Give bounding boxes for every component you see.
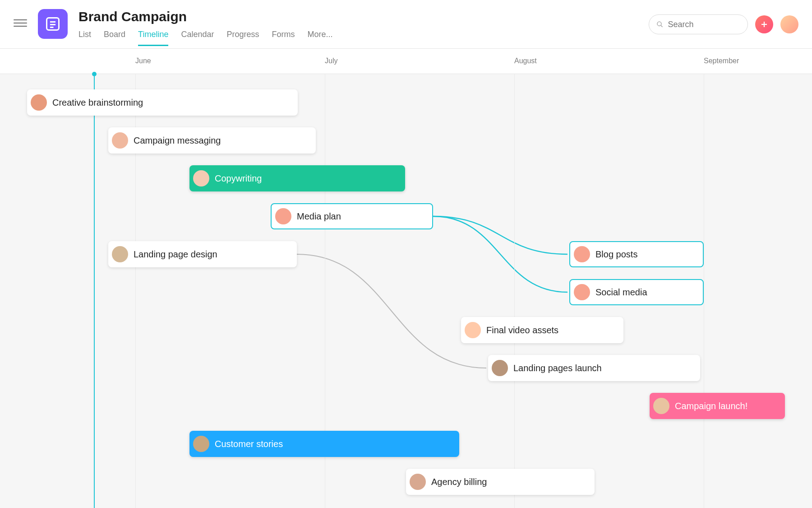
assignee-avatar [112, 132, 128, 149]
task-label: Media plan [297, 211, 341, 222]
assignee-avatar [465, 322, 481, 338]
add-button[interactable] [755, 15, 773, 33]
tab-forms[interactable]: Forms [272, 30, 295, 46]
task-label: Landing page design [134, 249, 217, 260]
svg-line-5 [661, 25, 663, 27]
svg-point-4 [657, 22, 661, 26]
month-header: JuneJulyAugustSeptember [0, 49, 812, 74]
plus-icon [760, 20, 768, 28]
task-label: Campaign launch! [675, 401, 747, 411]
task-agency-billing[interactable]: Agency billing [406, 469, 595, 495]
task-label: Campaign messaging [134, 135, 221, 146]
tab-timeline[interactable]: Timeline [138, 30, 168, 46]
task-campaign-messaging[interactable]: Campaign messaging [108, 127, 316, 154]
search-input[interactable] [668, 20, 740, 29]
task-campaign-launch[interactable]: Campaign launch! [650, 393, 785, 419]
avatar[interactable] [780, 15, 798, 33]
assignee-avatar [193, 436, 209, 452]
task-landing-page-design[interactable]: Landing page design [108, 241, 297, 267]
header: Brand Campaign List Board Timeline Calen… [0, 0, 812, 49]
task-social-media[interactable]: Social media [569, 279, 704, 305]
today-marker [94, 74, 95, 508]
task-label: Social media [595, 287, 647, 298]
assignee-avatar [31, 94, 47, 111]
view-tabs: List Board Timeline Calendar Progress Fo… [78, 30, 333, 46]
tab-more[interactable]: More... [308, 30, 333, 46]
task-label: Blog posts [595, 249, 637, 260]
page-title: Brand Campaign [78, 9, 333, 24]
tab-list[interactable]: List [78, 30, 91, 46]
dependency-line [433, 216, 567, 254]
assignee-avatar [574, 284, 590, 300]
task-label: Final video assets [486, 325, 558, 336]
month-label: June [135, 57, 151, 65]
task-media-plan[interactable]: Media plan [271, 203, 433, 229]
task-customer-stories[interactable]: Customer stories [189, 431, 459, 457]
month-label: July [325, 57, 337, 65]
task-label: Landing pages launch [513, 363, 602, 373]
menu-icon[interactable] [14, 16, 27, 30]
task-label: Copywriting [215, 173, 262, 184]
assignee-avatar [410, 474, 426, 490]
assignee-avatar [653, 398, 669, 414]
task-landing-pages-launch[interactable]: Landing pages launch [488, 355, 700, 381]
tab-calendar[interactable]: Calendar [181, 30, 214, 46]
project-icon[interactable] [38, 9, 68, 39]
month-label: August [514, 57, 537, 65]
assignee-avatar [193, 170, 209, 186]
month-label: September [704, 57, 739, 65]
assignee-avatar [112, 246, 128, 262]
assignee-avatar [574, 246, 590, 262]
task-copywriting[interactable]: Copywriting [189, 165, 405, 191]
task-label: Customer stories [215, 439, 283, 449]
task-blog-posts[interactable]: Blog posts [569, 241, 704, 267]
timeline-canvas[interactable]: Creative brainstormingCampaign messaging… [0, 74, 812, 508]
task-label: Creative brainstorming [52, 98, 143, 108]
assignee-avatar [275, 208, 291, 224]
search-input-wrapper[interactable] [649, 14, 748, 34]
tab-progress[interactable]: Progress [226, 30, 259, 46]
search-icon [656, 20, 664, 28]
gridline [704, 74, 704, 508]
task-creative-brainstorming[interactable]: Creative brainstorming [27, 89, 298, 116]
task-label: Agency billing [431, 477, 487, 487]
gridline [514, 74, 515, 508]
tab-board[interactable]: Board [104, 30, 125, 46]
dependency-line [433, 216, 567, 292]
task-final-video-assets[interactable]: Final video assets [461, 317, 623, 343]
assignee-avatar [492, 360, 508, 376]
dependency-line [297, 254, 486, 368]
